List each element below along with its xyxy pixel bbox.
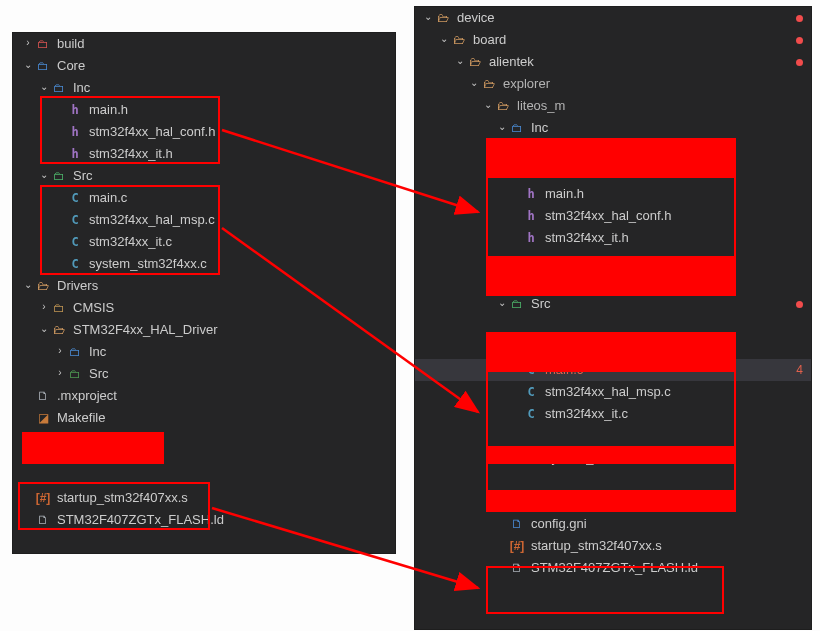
- problems-count-badge: 4: [796, 359, 803, 381]
- tree-item-core[interactable]: 🗀 Core: [13, 55, 395, 77]
- label-drivers: Drivers: [57, 275, 98, 297]
- tree-item-main-h[interactable]: h main.h: [13, 99, 395, 121]
- label-hal-inc: Inc: [89, 341, 106, 363]
- h-file-icon: h: [67, 121, 83, 143]
- folder-icon: 🗀: [51, 77, 67, 99]
- chevron-open-icon: [467, 72, 481, 94]
- label-r-flash-ld: STM32F407ZGTx_FLASH.ld: [531, 557, 698, 579]
- label-explorer: explorer: [503, 73, 550, 95]
- label-r-it-c: stm32f4xx_it.c: [545, 403, 628, 425]
- tree-item-makefile[interactable]: ◪ Makefile: [13, 407, 395, 429]
- c-file-icon: C: [67, 187, 83, 209]
- tree-item-device[interactable]: 🗁 device: [415, 7, 811, 29]
- asm-file-icon: [#]: [509, 535, 525, 557]
- label-r-src: Src: [531, 293, 551, 315]
- tree-item-explorer[interactable]: 🗁 explorer: [415, 73, 811, 95]
- folder-icon: 🗀: [35, 33, 51, 55]
- c-file-icon: C: [67, 253, 83, 275]
- redacted-block-right-src-top: [488, 334, 734, 372]
- h-file-icon: h: [67, 143, 83, 165]
- label-r-hal-conf-h: stm32f4xx_hal_conf.h: [545, 205, 671, 227]
- folder-icon: 🗁: [495, 95, 511, 117]
- tree-item-r-main-h[interactable]: h main.h: [415, 183, 811, 205]
- tree-item-system-c[interactable]: C system_stm32f4xx.c: [13, 253, 395, 275]
- chevron-open-icon: [495, 292, 509, 314]
- label-src: Src: [73, 165, 93, 187]
- tree-item-r-inc[interactable]: 🗀 Inc: [415, 117, 811, 139]
- tree-item-r-startup[interactable]: [#] startup_stm32f407xx.s: [415, 535, 811, 557]
- chevron-open-icon: [421, 6, 435, 28]
- chevron-open-icon: [37, 76, 51, 98]
- label-alientek: alientek: [489, 51, 534, 73]
- file-icon: 🗋: [509, 557, 525, 579]
- folder-icon: 🗁: [451, 29, 467, 51]
- modified-dot-icon: [796, 59, 803, 66]
- tree-item-drivers[interactable]: 🗁 Drivers: [13, 275, 395, 297]
- tree-item-hal-driver[interactable]: 🗁 STM32F4xx_HAL_Driver: [13, 319, 395, 341]
- label-core: Core: [57, 55, 85, 77]
- chevron-closed-icon: [21, 32, 35, 54]
- chevron-closed-icon: [37, 296, 51, 318]
- label-makefile: Makefile: [57, 407, 105, 429]
- folder-icon: 🗁: [35, 275, 51, 297]
- h-file-icon: h: [523, 227, 539, 249]
- label-mxproject: .mxproject: [57, 385, 117, 407]
- tree-item-r-it-c[interactable]: C stm32f4xx_it.c: [415, 403, 811, 425]
- file-icon: 🗋: [509, 513, 525, 535]
- h-file-icon: h: [523, 205, 539, 227]
- tree-item-r-hal-conf-h[interactable]: h stm32f4xx_hal_conf.h: [415, 205, 811, 227]
- chevron-open-icon: [37, 318, 51, 340]
- tree-item-it-c[interactable]: C stm32f4xx_it.c: [13, 231, 395, 253]
- folder-icon: 🗁: [51, 319, 67, 341]
- asm-file-icon: [#]: [35, 487, 51, 509]
- chevron-closed-icon: [53, 362, 67, 384]
- c-file-icon: C: [67, 209, 83, 231]
- redacted-block-right-inc-top: [488, 140, 734, 178]
- chevron-closed-icon: [53, 340, 67, 362]
- tree-item-src[interactable]: 🗀 Src: [13, 165, 395, 187]
- label-r-it-h: stm32f4xx_it.h: [545, 227, 629, 249]
- tree-item-alientek[interactable]: 🗁 alientek: [415, 51, 811, 73]
- chevron-open-icon: [21, 54, 35, 76]
- tree-item-flash-ld[interactable]: 🗋 STM32F407ZGTx_FLASH.ld: [13, 509, 395, 531]
- c-file-icon: C: [67, 231, 83, 253]
- makefile-icon: ◪: [35, 407, 51, 429]
- tree-item-inc[interactable]: 🗀 Inc: [13, 77, 395, 99]
- label-it-h: stm32f4xx_it.h: [89, 143, 173, 165]
- folder-icon: 🗁: [467, 51, 483, 73]
- modified-dot-icon: [796, 15, 803, 22]
- label-board: board: [473, 29, 506, 51]
- tree-item-r-hal-msp-c[interactable]: C stm32f4xx_hal_msp.c: [415, 381, 811, 403]
- label-r-inc: Inc: [531, 117, 548, 139]
- tree-item-hal-src[interactable]: 🗀 Src: [13, 363, 395, 385]
- left-file-tree-panel: 🗀 build 🗀 Core 🗀 Inc h main.h h stm32f4x…: [12, 32, 396, 554]
- label-it-c: stm32f4xx_it.c: [89, 231, 172, 253]
- chevron-open-icon: [453, 50, 467, 72]
- tree-item-hal-msp-c[interactable]: C stm32f4xx_hal_msp.c: [13, 209, 395, 231]
- tree-item-main-c[interactable]: C main.c: [13, 187, 395, 209]
- tree-item-liteos-m[interactable]: 🗁 liteos_m: [415, 95, 811, 117]
- chevron-open-icon: [495, 116, 509, 138]
- tree-item-r-it-h[interactable]: h stm32f4xx_it.h: [415, 227, 811, 249]
- label-main-c: main.c: [89, 187, 127, 209]
- label-hal-src: Src: [89, 363, 109, 385]
- folder-icon: 🗁: [481, 73, 497, 95]
- label-r-startup: startup_stm32f407xx.s: [531, 535, 662, 557]
- tree-item-board[interactable]: 🗁 board: [415, 29, 811, 51]
- label-device: device: [457, 7, 495, 29]
- tree-item-mxproject[interactable]: 🗋 .mxproject: [13, 385, 395, 407]
- tree-item-hal-inc[interactable]: 🗀 Inc: [13, 341, 395, 363]
- folder-icon: 🗁: [435, 7, 451, 29]
- tree-item-config-gni[interactable]: 🗋 config.gni: [415, 513, 811, 535]
- label-flash-ld: STM32F407ZGTx_FLASH.ld: [57, 509, 224, 531]
- tree-item-startup-s[interactable]: [#] startup_stm32f407xx.s: [13, 487, 395, 509]
- modified-dot-icon: [796, 301, 803, 308]
- label-hal-driver: STM32F4xx_HAL_Driver: [73, 319, 218, 341]
- tree-item-r-flash-ld[interactable]: 🗋 STM32F407ZGTx_FLASH.ld: [415, 557, 811, 579]
- tree-item-build[interactable]: 🗀 build: [13, 33, 395, 55]
- tree-item-hal-conf-h[interactable]: h stm32f4xx_hal_conf.h: [13, 121, 395, 143]
- tree-item-cmsis[interactable]: 🗀 CMSIS: [13, 297, 395, 319]
- tree-item-it-h[interactable]: h stm32f4xx_it.h: [13, 143, 395, 165]
- tree-item-r-src[interactable]: 🗀 Src: [415, 293, 811, 315]
- h-file-icon: h: [67, 99, 83, 121]
